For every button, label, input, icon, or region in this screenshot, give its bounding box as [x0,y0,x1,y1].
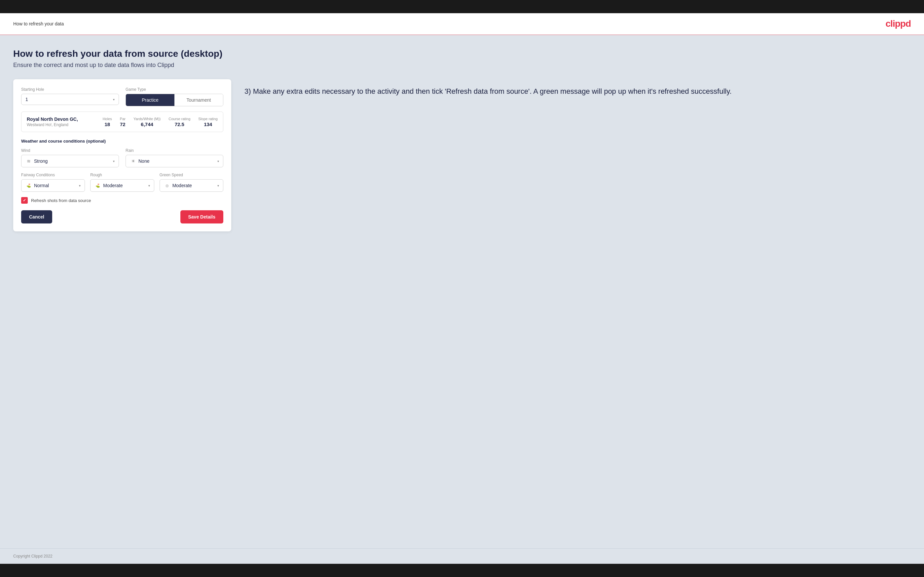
fairway-label: Fairway Conditions [21,172,85,177]
refresh-checkbox-label: Refresh shots from data source [31,198,91,203]
game-type-toggle: Practice Tournament [126,94,223,106]
main-content: How to refresh your data from source (de… [0,35,924,548]
rain-group: Rain ☀ None ▾ [126,148,223,168]
holes-label: Holes [103,117,112,121]
starting-hole-chevron: ▾ [113,98,115,102]
green-speed-group: Green Speed ◎ Moderate ▾ [160,172,223,192]
green-speed-label: Green Speed [160,172,223,177]
wind-select[interactable]: ≋ Strong ▾ [21,155,119,168]
description-text: 3) Make any extra edits necessary to the… [244,86,911,97]
header-title: How to refresh your data [13,21,64,26]
green-speed-chevron: ▾ [217,184,219,187]
yards-value: 6,744 [141,121,153,127]
practice-button[interactable]: Practice [126,94,174,106]
rough-group: Rough ⛳ Moderate ▾ [90,172,154,192]
weather-row-1: Wind ≋ Strong ▾ Rain ☀ None ▾ [21,148,223,168]
starting-hole-value: 1 [26,97,113,102]
course-name-group: Royal North Devon GC, Westward Ho!, Engl… [27,116,103,127]
course-location: Westward Ho!, England [27,122,103,127]
button-row: Cancel Save Details [21,210,223,224]
rough-icon: ⛳ [94,182,101,189]
rough-value: Moderate [103,183,148,188]
rain-value: None [139,158,217,164]
logo: clippd [886,18,911,29]
starting-hole-label: Starting Hole [21,87,119,92]
rain-icon: ☀ [130,158,136,164]
fairway-select[interactable]: ⛳ Normal ▾ [21,179,85,192]
fairway-value: Normal [34,183,79,188]
header: How to refresh your data clippd [0,13,924,35]
cancel-button[interactable]: Cancel [21,210,52,224]
holes-value: 18 [104,121,110,127]
page-subtitle: Ensure the correct and most up to date d… [13,62,911,69]
wind-icon: ≋ [26,158,32,164]
fairway-chevron: ▾ [79,184,81,187]
rain-label: Rain [126,148,223,153]
game-type-group: Game Type Practice Tournament [126,87,223,106]
wind-chevron: ▾ [113,160,115,163]
top-form-row: Starting Hole 1 ▾ Game Type Practice Tou… [21,87,223,106]
par-value: 72 [120,121,126,127]
rain-select[interactable]: ☀ None ▾ [126,155,223,168]
wind-group: Wind ≋ Strong ▾ [21,148,119,168]
description-panel: 3) Make any extra edits necessary to the… [244,79,911,103]
slope-rating-label: Slope rating [198,117,218,121]
tournament-button[interactable]: Tournament [174,94,223,106]
game-type-label: Game Type [126,87,223,92]
weather-section-title: Weather and course conditions (optional) [21,139,223,143]
wind-value: Strong [34,158,113,164]
course-rating-value: 72.5 [175,121,184,127]
course-name: Royal North Devon GC, [27,116,103,122]
footer-copyright: Copyright Clippd 2022 [13,554,53,559]
form-card: Starting Hole 1 ▾ Game Type Practice Tou… [13,79,231,231]
green-speed-select[interactable]: ◎ Moderate ▾ [160,179,223,192]
fairway-group: Fairway Conditions ⛳ Normal ▾ [21,172,85,192]
rough-chevron: ▾ [148,184,150,187]
par-label: Par [120,117,126,121]
top-bar [0,0,924,13]
fairway-icon: ⛳ [26,182,32,189]
rough-label: Rough [90,172,154,177]
course-info: Royal North Devon GC, Westward Ho!, Engl… [21,111,223,132]
slope-rating-value: 134 [204,121,212,127]
bottom-bar [0,564,924,577]
content-row: Starting Hole 1 ▾ Game Type Practice Tou… [13,79,911,231]
yards-label: Yards/White (M)) [134,117,160,121]
conditions-row: Fairway Conditions ⛳ Normal ▾ Rough ⛳ Mo… [21,172,223,192]
slope-rating-stat: Slope rating 134 [198,117,218,127]
par-stat: Par 72 [120,117,126,127]
refresh-checkbox[interactable]: ✓ [21,197,28,204]
footer: Copyright Clippd 2022 [0,548,924,564]
course-rating-stat: Course rating 72.5 [168,117,190,127]
green-speed-value: Moderate [173,183,217,188]
green-speed-icon: ◎ [164,182,170,189]
rain-chevron: ▾ [217,160,219,163]
starting-hole-select[interactable]: 1 ▾ [21,94,119,105]
course-stats: Holes 18 Par 72 Yards/White (M)) 6,744 C… [103,117,218,127]
rough-select[interactable]: ⛳ Moderate ▾ [90,179,154,192]
refresh-checkbox-row[interactable]: ✓ Refresh shots from data source [21,197,223,204]
holes-stat: Holes 18 [103,117,112,127]
save-button[interactable]: Save Details [180,210,224,224]
course-rating-label: Course rating [168,117,190,121]
check-icon: ✓ [23,198,26,203]
starting-hole-group: Starting Hole 1 ▾ [21,87,119,106]
yards-stat: Yards/White (M)) 6,744 [134,117,160,127]
page-title: How to refresh your data from source (de… [13,48,911,59]
wind-label: Wind [21,148,119,153]
